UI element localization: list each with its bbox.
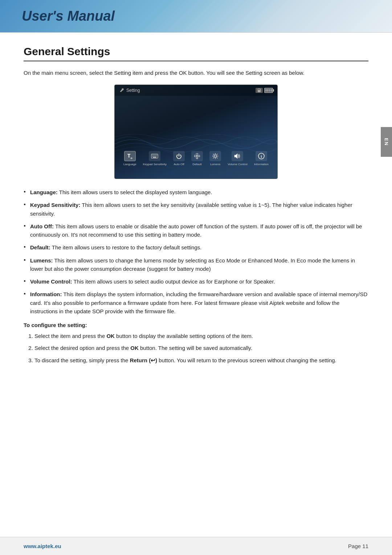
header-bar: User's Manual [0,0,392,33]
screen-header: Setting [115,85,277,96]
sd-icon [257,88,261,93]
menu-item-volume: Volume Control [228,151,248,166]
step-3-text: To discard the setting, simply press the… [34,357,336,363]
menu-item-keypad: Keypad Sensitivity [143,151,167,166]
bullet-dot: ● [24,223,30,229]
term: Information: [30,291,62,297]
svg-line-30 [213,158,214,158]
keypad-menu-icon [149,151,160,161]
list-item: ● Auto Off: This item allows users to en… [24,222,368,239]
svg-rect-13 [155,156,155,157]
menu-item-info: i Information [254,151,269,166]
autooff-menu-icon [173,151,185,161]
svg-rect-4 [259,89,260,90]
svg-line-28 [217,158,217,158]
term: Volume Control: [30,278,72,285]
svg-line-29 [217,154,217,155]
info-icon: i [258,153,265,159]
svg-rect-9 [155,155,156,155]
svg-rect-14 [156,156,156,157]
bullet-text: Default: The item allows users to restor… [30,243,201,252]
svg-rect-6 [152,155,153,155]
power-icon [176,153,182,159]
default-menu-icon [191,151,203,161]
intro-paragraph: On the main menu screen, select the Sett… [24,69,368,77]
footer: www.aiptek.eu Page 11 [0,537,392,555]
svg-point-22 [214,155,217,158]
term: Lumens: [30,257,53,264]
list-item: Select the item and press the OK button … [34,332,368,340]
term: Language: [30,189,58,195]
svg-rect-3 [258,89,259,90]
volume-menu-label: Volume Control [228,163,248,166]
footer-url: www.aiptek.eu [24,543,61,549]
section-title: General Settings [24,45,368,61]
setting-screen-wrapper: Setting [24,85,368,179]
language-tab: EN [381,127,392,157]
bullet-text: Lumens: This item allows users to change… [30,256,368,273]
bullet-dot: ● [24,291,30,297]
svg-point-16 [196,155,198,157]
svg-point-21 [199,156,200,156]
info-menu-label: Information [254,163,269,166]
menu-icons-row: To Language [115,151,277,166]
svg-line-27 [213,154,214,155]
battery-level [270,89,272,92]
menu-item-language: To Language [123,151,136,166]
menu-item-autooff: Auto Off [173,151,185,166]
bullet-dot: ● [24,189,30,195]
svg-point-19 [197,158,197,159]
list-item: ● Keypad Sensitivity: This item allows u… [24,201,368,218]
svg-rect-11 [152,156,153,157]
term: Default: [30,244,50,250]
svg-point-20 [194,156,195,156]
keyboard-icon [151,154,158,159]
sd-card-icon [256,88,263,93]
list-item: ● Lumens: This item allows users to chan… [24,256,368,273]
battery-icon [264,88,273,93]
svg-rect-8 [154,155,155,155]
list-item: ● Default: The item allows users to rest… [24,243,368,252]
screen-status-icons [256,88,273,93]
main-content: General Settings On the main menu screen… [0,33,392,379]
wrench-icon [119,88,124,93]
language-menu-label: Language [123,163,136,166]
bullet-dot: ● [24,201,30,207]
battery-level [269,89,270,92]
autooff-menu-label: Auto Off [173,163,184,166]
step-1-text: Select the item and press the OK button … [34,333,253,339]
bullet-text: Information: This item displays the syst… [30,290,368,315]
term: Keypad Sensitivity: [30,202,80,208]
svg-rect-15 [153,157,156,158]
bullet-dot: ● [24,244,30,250]
bullet-dot: ● [24,278,30,284]
volume-menu-icon [232,151,243,161]
bullet-text: Keypad Sensitivity: This item allows use… [30,201,368,218]
lumens-menu-label: Lumens [210,163,220,166]
svg-rect-7 [153,155,154,155]
page-title: User's Manual [22,8,115,24]
lumens-menu-icon [209,151,221,161]
sun-icon [212,153,219,159]
info-menu-icon: i [256,151,267,161]
bullet-text: Auto Off: This item allows users to enab… [30,222,368,239]
settings-icon [194,153,200,159]
menu-item-default: Default [191,151,203,166]
return-bold: Return (↩) [130,357,158,363]
list-item: Select the desired option and press the … [34,344,368,352]
language-menu-icon: To [124,151,136,161]
volume-icon [234,153,241,159]
keypad-menu-label: Keypad Sensitivity [143,163,167,166]
screen-title-area: Setting [119,88,140,93]
menu-item-lumens: Lumens [209,151,221,166]
list-item: To discard the setting, simply press the… [34,356,368,364]
bullet-text: Language: This item allows users to sele… [30,188,212,196]
configure-heading: To configure the setting: [24,322,368,328]
term: Auto Off: [30,223,54,229]
svg-rect-12 [154,156,154,157]
setting-screen: Setting [114,85,278,179]
svg-point-18 [197,153,197,154]
features-list: ● Language: This item allows users to se… [24,188,368,315]
svg-text:i: i [261,154,262,159]
battery-level [265,89,267,92]
